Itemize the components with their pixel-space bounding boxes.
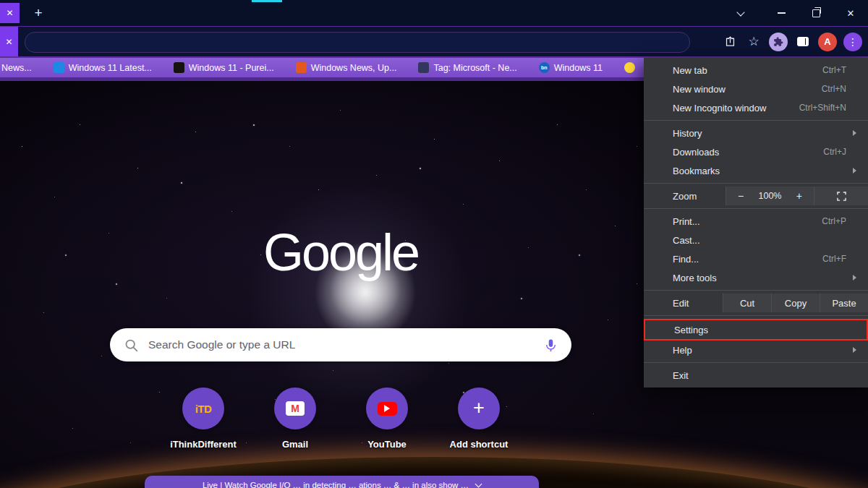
menu-item-downloads[interactable]: Downloads Ctrl+J [644,142,868,161]
menu-separator [644,290,868,291]
menu-item-zoom: Zoom − 100% + [644,187,868,205]
minimize-button[interactable] [764,0,799,26]
tab-close-icon: ✕ [6,8,13,18]
browser-window: ✕ + ✕ ✕ [0,0,868,488]
shortcut-youtube[interactable]: YouTube [347,388,427,450]
bookmark-favicon [418,62,429,73]
menu-item-exit[interactable]: Exit [644,366,868,385]
bookmark-item[interactable]: Windows 11 - Purei... [174,62,274,73]
bookmark-favicon [54,62,64,73]
chevron-down-icon [475,481,482,488]
menu-item-shortcut: Ctrl+Shift+N [799,103,861,113]
menu-item-find[interactable]: Find... Ctrl+F [644,249,868,268]
bookmark-favicon: bn [539,62,550,73]
toolbar-close-strip[interactable]: ✕ [0,27,18,56]
bookmark-favicon [296,62,307,73]
shortcut-label: Gmail [282,439,308,450]
bookmark-item[interactable]: Windows News, Up... [296,62,397,73]
menu-item-shortcut: Ctrl+P [822,216,861,226]
kebab-menu-icon: ⋮ [848,37,858,47]
zoom-label: Zoom [644,191,726,202]
new-tab-button[interactable]: + [30,5,46,21]
menu-item-cast[interactable]: Cast... [644,231,868,249]
menu-item-settings[interactable]: Settings [644,319,868,341]
menu-item-label: New Incognito window [673,103,766,114]
menu-item-label: Downloads [673,147,719,158]
tab-close-button[interactable]: ✕ [0,3,20,23]
bookmark-label: Tag: Microsoft - Ne... [433,63,516,73]
zoom-in-button[interactable]: + [796,190,802,202]
copy-button[interactable]: Copy [771,294,820,312]
menu-item-bookmarks[interactable]: Bookmarks [644,161,868,180]
shortcut-circle [366,388,408,429]
menu-item-help[interactable]: Help [644,341,868,359]
stars-decoration [0,81,1,82]
promo-banner[interactable]: Live | Watch Google I/O … in detecting …… [145,476,539,488]
menu-item-edit: Edit Cut Copy Paste [644,294,868,312]
shortcut-circle: iTD [182,388,224,429]
menu-item-label: History [673,128,702,139]
google-logo: Google [0,223,681,282]
cut-button[interactable]: Cut [723,294,771,312]
menu-item-new-tab[interactable]: New tab Ctrl+T [644,61,868,80]
menu-separator [644,362,868,363]
star-icon: ☆ [748,34,759,49]
submenu-arrow-icon [853,275,856,281]
shortcut-ithinkdifferent[interactable]: iTD iThinkDifferent [163,388,243,450]
zoom-out-button[interactable]: − [738,190,744,202]
menu-item-print[interactable]: Print... Ctrl+P [644,212,868,231]
puzzle-icon [773,37,783,47]
menu-item-more-tools[interactable]: More tools [644,268,868,287]
shortcut-circle: M [274,388,316,429]
bookmark-item[interactable]: Windows 11 Latest... [54,62,152,73]
shortcut-circle: + [458,388,500,429]
menu-item-new-window[interactable]: New window Ctrl+N [644,80,868,98]
menu-separator [644,315,868,316]
menu-item-label: Help [673,345,692,356]
submenu-arrow-icon [853,168,856,174]
menu-item-shortcut: Ctrl+J [823,147,861,157]
shortcut-gmail[interactable]: M Gmail [255,388,335,450]
bookmark-star-button[interactable]: ☆ [745,33,762,51]
profile-avatar[interactable]: A [818,33,837,51]
close-button[interactable]: ✕ [833,0,868,26]
search-placeholder: Search Google or type a URL [148,338,535,351]
toolbar: ✕ ☆ A ⋮ [0,26,868,58]
bookmark-label: Windows 11 Latest... [69,63,152,73]
youtube-icon [378,402,397,416]
bookmark-label: Windows News, Up... [311,63,397,73]
window-dropdown-button[interactable] [725,0,757,26]
bookmark-item[interactable]: News... [1,63,32,73]
bookmark-item[interactable]: Tag: Microsoft - Ne... [418,62,516,73]
chevron-down-icon [736,8,744,16]
zoom-controls: − 100% + [726,187,814,205]
restore-button[interactable] [799,0,833,26]
menu-item-shortcut: Ctrl+F [822,254,861,264]
extensions-button[interactable] [769,33,788,51]
clock-favicon [624,62,635,73]
bookmark-item[interactable] [624,62,635,73]
microphone-icon[interactable] [544,338,558,352]
menu-item-label: Cast... [673,235,700,246]
search-icon [124,338,139,353]
add-shortcut-button[interactable]: + Add shortcut [439,388,519,450]
paste-button[interactable]: Paste [820,294,868,312]
bookmark-label: Windows 11 - Purei... [189,63,274,73]
close-icon: ✕ [5,37,12,47]
side-panel-button[interactable] [794,33,812,51]
fullscreen-button[interactable] [814,187,868,205]
menu-item-label: Settings [674,325,708,335]
menu-item-new-incognito-window[interactable]: New Incognito window Ctrl+Shift+N [644,98,868,117]
side-panel-icon [797,37,809,46]
address-bar[interactable] [25,32,690,53]
menu-separator [644,208,868,209]
edit-label: Edit [644,298,723,309]
search-box[interactable]: Search Google or type a URL [110,328,571,361]
share-button[interactable] [721,33,739,51]
browser-menu-button[interactable]: ⋮ [843,33,862,51]
tab-accent-strip [252,0,282,2]
promo-banner-text: Live | Watch Google I/O … in detecting …… [203,481,469,488]
menu-item-history[interactable]: History [644,124,868,142]
bookmark-item[interactable]: bn Windows 11 [539,62,603,73]
titlebar: ✕ + ✕ [0,0,868,26]
